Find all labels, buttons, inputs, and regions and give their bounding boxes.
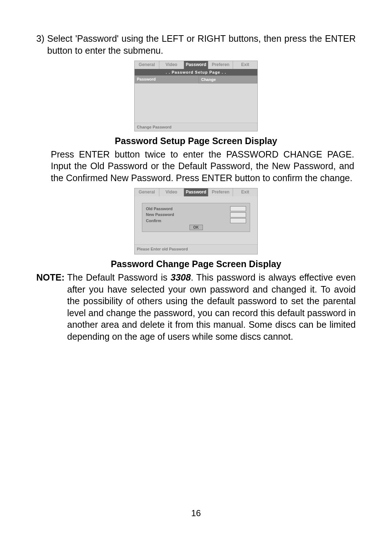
new-password-label: New Password [146, 212, 227, 217]
tab-video: Video [159, 61, 184, 69]
tab-preferen: Preferen [208, 188, 233, 196]
new-password-row: New Password [146, 212, 246, 217]
confirm-password-label: Confirm [146, 218, 227, 223]
password-row-label: Password [135, 76, 199, 83]
tab-exit: Exit [233, 61, 257, 69]
tab-general: General [135, 61, 159, 69]
ok-button: OK [189, 225, 203, 230]
tab-password: Password [184, 61, 209, 69]
setup-tabs: General Video Password Preferen Exit [135, 61, 257, 69]
step-3: 3) Select 'Password' using the LEFT or R… [36, 33, 356, 56]
setup-footer: Change Password [135, 123, 257, 131]
confirm-password-input [230, 218, 246, 223]
ok-row: OK [146, 225, 246, 230]
caption-change: Password Change Page Screen Display [36, 258, 356, 270]
note-lead: The Default Password is [67, 272, 171, 282]
step-text: Select 'Password' using the LEFT or RIGH… [36, 33, 356, 56]
default-password: 3308 [171, 272, 191, 282]
instructions-paragraph: Press ENTER button twice to enter the PA… [36, 148, 356, 184]
tab-video: Video [159, 188, 184, 196]
setup-page-title: . . Password Setup Page . . [135, 69, 257, 76]
page-number: 16 [0, 507, 392, 519]
note-rest: . This password is always effective even… [67, 272, 356, 342]
change-footer: Please Enter old Password [135, 244, 257, 254]
tab-general: General [135, 188, 159, 196]
setup-body-blank [135, 83, 257, 123]
old-password-input [230, 206, 246, 211]
note-text: The Default Password is 3308. This passw… [36, 272, 356, 342]
step-number: 3) [36, 33, 44, 45]
password-row: Password Change [135, 76, 257, 83]
tab-password: Password [184, 188, 209, 196]
change-gap [135, 236, 257, 244]
confirm-password-row: Confirm [146, 218, 246, 223]
old-password-row: Old Password [146, 206, 246, 211]
change-tabs: General Video Password Preferen Exit [135, 188, 257, 196]
tab-preferen: Preferen [208, 61, 233, 69]
caption-setup: Password Setup Page Screen Display [36, 135, 356, 147]
password-setup-screenshot: General Video Password Preferen Exit . .… [134, 61, 258, 131]
tab-exit: Exit [233, 188, 257, 196]
new-password-input [230, 212, 246, 217]
change-panel: Old Password New Password Confirm OK [142, 203, 250, 232]
change-body: Old Password New Password Confirm OK [135, 196, 257, 236]
note-label: NOTE: [36, 272, 65, 282]
old-password-label: Old Password [146, 206, 227, 211]
note-block: NOTE: The Default Password is 3308. This… [36, 272, 356, 343]
password-row-value: Change [199, 76, 257, 83]
password-change-screenshot: General Video Password Preferen Exit Old… [134, 188, 258, 254]
